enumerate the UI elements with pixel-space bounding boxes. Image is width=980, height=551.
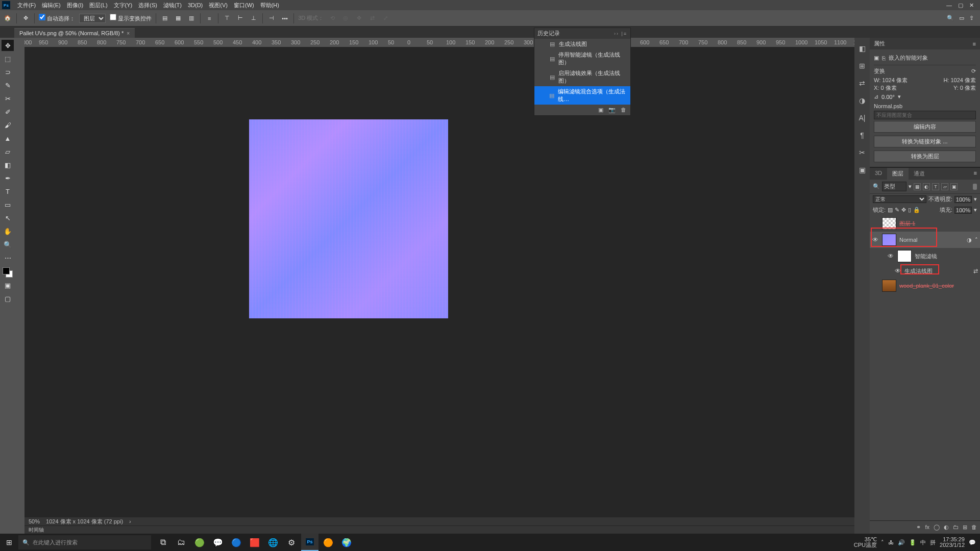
angle-dropdown-icon[interactable]: ▾: [898, 93, 901, 100]
reset-icon[interactable]: ⟳: [971, 68, 976, 74]
adjustment-icon[interactable]: ◐: [944, 524, 949, 531]
stamp-tool[interactable]: ▲: [2, 133, 14, 144]
filter-blend-icon[interactable]: ⇄: [973, 268, 978, 274]
tray-battery-icon[interactable]: 🔋: [909, 539, 916, 546]
notification-icon[interactable]: 💬: [969, 539, 976, 546]
visibility-toggle[interactable]: 👁: [894, 267, 901, 274]
photoshop-taskbar-icon[interactable]: Ps: [301, 534, 318, 551]
fill-value[interactable]: 100%: [954, 207, 972, 214]
menu-edit[interactable]: 编辑(E): [39, 2, 64, 9]
filter-type-icon[interactable]: T: [932, 183, 939, 190]
lock-brush-icon[interactable]: ✎: [895, 207, 899, 213]
home-icon[interactable]: 🏠: [3, 14, 12, 23]
dock-brush-icon[interactable]: ✂: [857, 148, 867, 157]
filter-pixel-icon[interactable]: ▦: [914, 183, 921, 190]
dock-color-icon[interactable]: ◧: [857, 44, 867, 53]
history-collapse-icon[interactable]: ›› |≡: [614, 31, 627, 36]
filter-dropdown-icon[interactable]: ▾: [909, 183, 912, 190]
blender-icon[interactable]: 🟠: [320, 534, 337, 551]
layer-row-filter[interactable]: 👁 生成法线图 ⇄: [870, 264, 980, 278]
move-tool[interactable]: ✥: [2, 40, 14, 51]
dock-para-icon[interactable]: ¶: [857, 131, 867, 140]
layers-menu-icon[interactable]: ≡: [971, 168, 980, 180]
tab-layers[interactable]: 图层: [887, 168, 909, 180]
align-top-icon[interactable]: ≡: [205, 14, 214, 23]
group-icon[interactable]: 🗀: [953, 524, 959, 531]
tab-3d[interactable]: 3D: [870, 168, 887, 180]
quickmask-tool[interactable]: ▣: [2, 280, 14, 291]
history-item[interactable]: ▤停用智能滤镜（生成法线图）: [534, 49, 630, 68]
lock-all-icon[interactable]: 🔒: [913, 207, 920, 213]
app-icon[interactable]: 🟥: [246, 534, 263, 551]
close-icon[interactable]: ✕: [969, 2, 974, 9]
eraser-tool[interactable]: ▱: [2, 146, 14, 157]
dist-bottom-icon[interactable]: ⊥: [249, 14, 258, 23]
filter-adjust-icon[interactable]: ◐: [923, 183, 930, 190]
brush-tool[interactable]: 🖌: [2, 119, 14, 131]
tray-sound-icon[interactable]: 🔊: [898, 539, 905, 546]
menu-3d[interactable]: 3D(D): [185, 2, 206, 8]
history-item[interactable]: ▤生成法线图: [534, 39, 630, 49]
dist-top-icon[interactable]: ⊤: [223, 14, 232, 23]
dock-styles-icon[interactable]: ◑: [857, 96, 867, 105]
dist-vcenter-icon[interactable]: ⊢: [236, 14, 245, 23]
align-left-icon[interactable]: ▤: [160, 14, 169, 23]
app-icon[interactable]: 🌍: [338, 534, 355, 551]
settings-icon[interactable]: ⚙: [283, 534, 300, 551]
layer-row-normal[interactable]: 👁 Normal ◑ ˄: [870, 232, 980, 248]
edit-contents-button[interactable]: 编辑内容: [874, 121, 976, 133]
start-button[interactable]: ⊞: [0, 538, 18, 546]
search-icon[interactable]: 🔍: [947, 15, 954, 21]
layer-name[interactable]: 图层 1: [899, 220, 978, 228]
hand-tool[interactable]: ✋: [2, 226, 14, 237]
angle-value[interactable]: 0.00°: [881, 94, 895, 100]
canvas[interactable]: [24, 47, 854, 517]
opacity-value[interactable]: 100%: [954, 196, 972, 203]
convert-linked-button[interactable]: 转换为链接对象 ...: [874, 136, 976, 147]
filter-toggle[interactable]: [973, 184, 977, 190]
path-select-tool[interactable]: ↖: [2, 212, 14, 223]
status-arrow-icon[interactable]: ›: [129, 518, 131, 524]
menu-filter[interactable]: 滤镜(T): [160, 2, 185, 9]
ime-lang[interactable]: 中: [920, 539, 926, 546]
dock-swatches-icon[interactable]: ⊞: [857, 61, 867, 70]
visibility-toggle[interactable]: 👁: [887, 253, 894, 260]
link-layers-icon[interactable]: ⚭: [916, 524, 921, 531]
align-hcenter-icon[interactable]: ▦: [174, 14, 183, 23]
filter-search-icon[interactable]: 🔍: [873, 183, 880, 190]
taskbar-search[interactable]: 🔍在此键入进行搜索: [18, 535, 151, 549]
quick-select-tool[interactable]: ✎: [2, 80, 14, 91]
explorer-icon[interactable]: 🗂: [173, 534, 190, 551]
align-right-icon[interactable]: ▥: [187, 14, 196, 23]
lasso-tool[interactable]: ⊃: [2, 66, 14, 78]
dist-h-icon[interactable]: ⊣: [267, 14, 276, 23]
more-icon[interactable]: •••: [280, 14, 289, 23]
dock-char-icon[interactable]: A|: [857, 113, 867, 122]
convert-layer-button[interactable]: 转换为图层: [874, 151, 976, 162]
autoselect-target[interactable]: 图层: [79, 14, 106, 23]
eyedropper-tool[interactable]: ✐: [2, 106, 14, 117]
menu-select[interactable]: 选择(S): [135, 2, 160, 9]
edit-toolbar[interactable]: ⋯: [2, 252, 14, 263]
menu-window[interactable]: 窗口(W): [231, 2, 257, 9]
lock-position-icon[interactable]: ✥: [901, 207, 906, 213]
panel-menu-icon[interactable]: ≡: [973, 41, 976, 47]
tray-up-icon[interactable]: ˄: [881, 539, 884, 546]
menu-type[interactable]: 文字(Y): [111, 2, 136, 9]
layer-name[interactable]: wood_plank_01_color: [899, 283, 978, 289]
gradient-tool[interactable]: ◧: [2, 159, 14, 170]
screenmode-tool[interactable]: ▢: [2, 293, 14, 304]
fx-icon[interactable]: fx: [925, 524, 929, 531]
autoselect-check[interactable]: 自动选择：: [39, 14, 75, 22]
edge-icon[interactable]: 🌐: [264, 534, 282, 551]
lock-pixels-icon[interactable]: ▨: [888, 207, 893, 213]
blend-mode-select[interactable]: 正常: [873, 195, 926, 203]
chrome-icon[interactable]: 🟢: [191, 534, 208, 551]
history-item[interactable]: ▤编辑滤镜混合选项（生成法线…: [534, 86, 630, 105]
collapse-icon[interactable]: ˄: [975, 237, 978, 243]
dock-clone-icon[interactable]: ▣: [857, 165, 867, 174]
layer-row[interactable]: 图层 1: [870, 215, 980, 232]
wechat-icon[interactable]: 💬: [209, 534, 227, 551]
type-tool[interactable]: T: [2, 186, 14, 197]
history-delete-icon[interactable]: 🗑: [621, 107, 626, 113]
